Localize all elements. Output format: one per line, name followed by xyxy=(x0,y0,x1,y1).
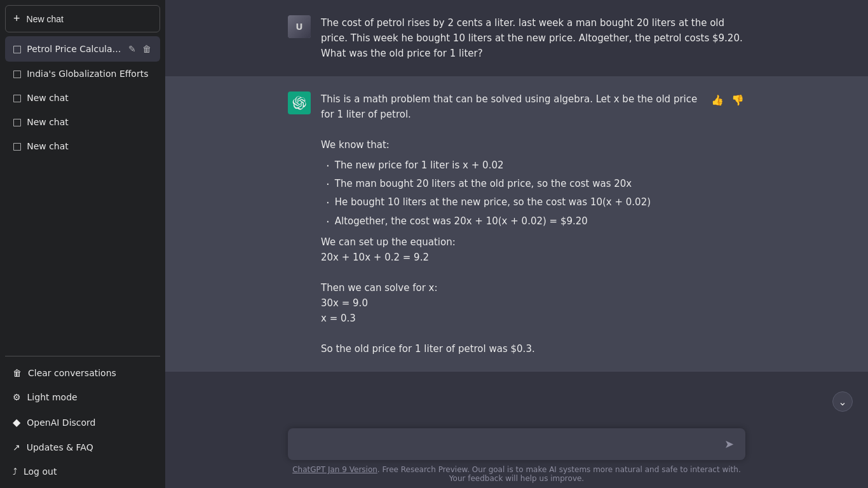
chat-messages: U The cost of petrol rises by 2 cents a … xyxy=(165,0,868,418)
discord-label: OpenAI Discord xyxy=(27,417,95,428)
chat-item-label: India's Globalization Efforts xyxy=(27,69,153,79)
chat-item-label: New chat xyxy=(27,141,153,151)
footer-description: . Free Research Preview. Our goal is to … xyxy=(377,465,741,483)
chat-input[interactable] xyxy=(297,437,722,452)
conversation-list: □ Petrol Price Calculation ✎ 🗑 □ India's… xyxy=(5,36,160,351)
equation: 20x + 10x + 0.2 = 9.2 xyxy=(321,250,700,265)
discord-button[interactable]: ◆ OpenAI Discord xyxy=(5,410,160,435)
solve-step1: 30x = 9.0 xyxy=(321,295,700,311)
logout-button[interactable]: ⤴ Log out xyxy=(5,460,160,483)
clear-conversations-button[interactable]: 🗑 Clear conversations xyxy=(5,362,160,384)
thumbs-up-button[interactable]: 👍 xyxy=(710,93,725,107)
equation-intro: We can set up the equation: xyxy=(321,234,700,250)
send-button[interactable]: ➤ xyxy=(722,435,736,454)
clear-conversations-label: Clear conversations xyxy=(28,368,116,378)
chatgpt-version-link[interactable]: ChatGPT Jan 9 Version xyxy=(292,465,377,474)
assistant-message-inner: This is a math problem that can be solve… xyxy=(288,92,745,356)
chat-item-actions: ✎ 🗑 xyxy=(127,43,153,55)
solve-intro: Then we can solve for x: xyxy=(321,280,700,295)
external-link-icon: ↗ xyxy=(13,442,20,452)
thumbs-down-button[interactable]: 👎 xyxy=(730,93,745,107)
chat-item-label: Petrol Price Calculation xyxy=(27,44,122,54)
chat-item-label: New chat xyxy=(27,117,153,127)
sidebar-item-new3[interactable]: □ New chat xyxy=(5,134,160,158)
logout-label: Log out xyxy=(24,466,57,477)
solve-step2: x = 0.3 xyxy=(321,311,700,326)
bullet-item-3: ·He bought 10 liters at the new price, s… xyxy=(326,194,700,210)
assistant-message-row: This is a math problem that can be solve… xyxy=(165,76,868,372)
light-mode-button[interactable]: ⚙ Light mode xyxy=(5,386,160,409)
new-chat-label: New chat xyxy=(27,14,64,24)
assistant-message-content: This is a math problem that can be solve… xyxy=(321,92,700,356)
bullet-item-4: ·Altogether, the cost was 20x + 10(x + 0… xyxy=(326,214,700,229)
edit-chat-button[interactable]: ✎ xyxy=(127,43,137,55)
user-message-row: U The cost of petrol rises by 2 cents a … xyxy=(165,0,868,76)
faq-label: Updates & FAQ xyxy=(27,442,93,452)
chat-icon: □ xyxy=(13,68,22,79)
sidebar-item-new2[interactable]: □ New chat xyxy=(5,110,160,134)
input-area: ➤ ChatGPT Jan 9 Version. Free Research P… xyxy=(165,418,868,488)
main-content: U The cost of petrol rises by 2 cents a … xyxy=(165,0,868,488)
chevron-down-icon: ⌄ xyxy=(838,396,846,408)
assistant-intro: This is a math problem that can be solve… xyxy=(321,92,700,122)
bullet-item-2: ·The man bought 20 liters at the old pri… xyxy=(326,176,700,192)
light-mode-label: Light mode xyxy=(27,392,78,402)
logout-icon: ⤴ xyxy=(13,466,17,477)
chat-icon: □ xyxy=(13,116,22,128)
sun-icon: ⚙ xyxy=(13,392,21,402)
input-wrapper: ➤ xyxy=(288,428,745,460)
new-chat-button[interactable]: + New chat xyxy=(5,5,160,32)
sidebar: + New chat □ Petrol Price Calculation ✎ … xyxy=(0,0,165,488)
chat-icon: □ xyxy=(13,43,22,55)
delete-chat-button[interactable]: 🗑 xyxy=(141,43,153,55)
chat-icon: □ xyxy=(13,92,22,104)
sidebar-item-petrol[interactable]: □ Petrol Price Calculation ✎ 🗑 xyxy=(5,36,160,62)
sidebar-item-new1[interactable]: □ New chat xyxy=(5,86,160,110)
footer-text: ChatGPT Jan 9 Version. Free Research Pre… xyxy=(288,465,745,483)
bullet-item-1: ·The new price for 1 liter is x + 0.02 xyxy=(326,158,700,173)
plus-icon: + xyxy=(13,12,20,25)
sidebar-item-india[interactable]: □ India's Globalization Efforts xyxy=(5,62,160,86)
message-actions: 👍 👎 xyxy=(710,92,745,107)
user-message-inner: U The cost of petrol rises by 2 cents a … xyxy=(288,15,745,61)
sidebar-bottom: 🗑 Clear conversations ⚙ Light mode ◆ Ope… xyxy=(5,362,160,483)
faq-button[interactable]: ↗ Updates & FAQ xyxy=(5,436,160,459)
user-message-text: The cost of petrol rises by 2 cents a li… xyxy=(321,15,745,61)
gpt-avatar xyxy=(288,92,311,114)
user-avatar: U xyxy=(288,15,311,38)
sidebar-divider xyxy=(5,356,160,356)
trash-icon: 🗑 xyxy=(13,368,22,378)
bullet-list: ·The new price for 1 liter is x + 0.02 ·… xyxy=(321,158,700,229)
discord-icon: ◆ xyxy=(13,416,20,428)
we-know-text: We know that: xyxy=(321,137,700,152)
send-icon: ➤ xyxy=(724,437,734,451)
scroll-bottom-button[interactable]: ⌄ xyxy=(832,391,853,412)
chat-item-label: New chat xyxy=(27,93,153,103)
conclusion: So the old price for 1 liter of petrol w… xyxy=(321,341,700,356)
chat-icon: □ xyxy=(13,140,22,152)
